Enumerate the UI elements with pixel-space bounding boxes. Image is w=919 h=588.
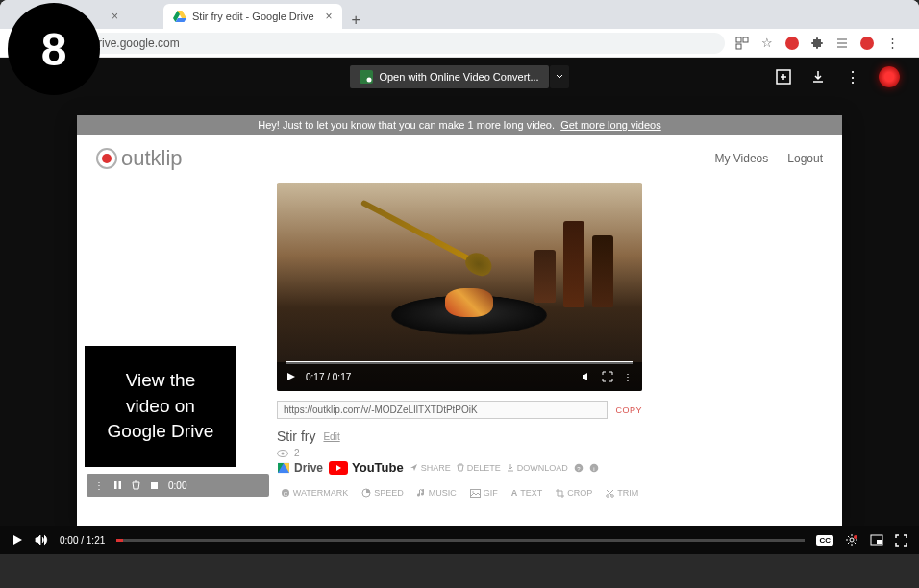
fullscreen-icon[interactable] (602, 371, 613, 382)
browser-tab-1[interactable]: × (96, 4, 163, 29)
play-icon[interactable] (286, 372, 296, 381)
info-icon[interactable]: i (589, 463, 599, 473)
tab-title: Stir fry edit - Google Drive (192, 11, 314, 22)
fullscreen-icon[interactable] (895, 534, 907, 547)
address-bar: rive.google.com ☆ ⋮ (0, 29, 919, 58)
new-tab-button[interactable]: + (342, 12, 370, 29)
crop-button[interactable]: CROP (556, 488, 592, 498)
volume-icon[interactable] (35, 534, 48, 546)
record-icon[interactable] (879, 66, 900, 87)
title-row: Stir fry Edit (277, 429, 642, 444)
close-icon[interactable]: × (326, 10, 333, 23)
step-number-badge: 8 (8, 3, 100, 95)
svg-point-28 (854, 535, 857, 539)
svg-text:i: i (593, 465, 594, 471)
share-targets-row: Drive YouTube SHARE DELETE DOWNLOAD ? i (277, 460, 642, 475)
miniplayer-icon[interactable] (870, 534, 883, 546)
promo-banner: Hey! Just to let you know that you can m… (77, 115, 842, 135)
qr-icon[interactable] (734, 36, 750, 51)
menu-lines-icon[interactable] (834, 36, 850, 51)
edit-tools-row: CWATERMARK SPEED MUSIC GIF ATEXT CROP TR… (277, 488, 642, 498)
outklip-header: outklip My Videos Logout (77, 135, 842, 183)
video-player[interactable]: 0:17 / 0:17 ⋮ (277, 183, 642, 391)
drive-icon (278, 462, 289, 472)
copy-button[interactable]: COPY (615, 405, 642, 415)
open-with-button[interactable]: Open with Online Video Convert... (350, 65, 548, 88)
edit-title-link[interactable]: Edit (323, 431, 339, 442)
outklip-nav: My Videos Logout (714, 152, 823, 165)
drive-favicon (173, 10, 186, 23)
youtube-button[interactable]: YouTube (329, 460, 404, 475)
svg-rect-5 (736, 44, 741, 49)
url-field[interactable]: rive.google.com (87, 33, 725, 54)
text-button[interactable]: ATEXT (511, 488, 543, 498)
trim-button[interactable]: TRIM (606, 488, 638, 498)
youtube-icon (329, 461, 348, 475)
pause-icon[interactable] (113, 480, 122, 490)
add-to-drive-icon[interactable] (775, 68, 792, 86)
eye-icon (277, 450, 288, 457)
drive-top-actions: ⋮ (775, 66, 900, 87)
video-title: Stir fry (277, 429, 315, 444)
cc-button[interactable]: CC (816, 535, 833, 546)
download-icon[interactable] (809, 68, 827, 86)
svg-marker-26 (13, 535, 22, 545)
instruction-caption: View the video on Google Drive (85, 346, 236, 467)
nav-my-videos[interactable]: My Videos (714, 152, 768, 165)
kebab-icon[interactable]: ⋮ (884, 36, 900, 51)
browser-chrome: × Stir fry edit - Google Drive × + rive.… (0, 0, 919, 58)
video-thumbnail (277, 183, 642, 391)
speed-button[interactable]: SPEED (361, 488, 404, 498)
view-count: 2 (294, 448, 300, 458)
music-button[interactable]: MUSIC (417, 488, 457, 498)
browser-tab-2[interactable]: Stir fry edit - Google Drive × (163, 4, 342, 29)
help-icon[interactable]: ? (574, 463, 584, 473)
kebab-icon[interactable]: ⋮ (844, 68, 861, 86)
svg-rect-30 (877, 540, 882, 544)
close-icon[interactable]: × (112, 10, 118, 23)
svg-text:C: C (284, 491, 288, 497)
outklip-logo[interactable]: outklip (96, 146, 183, 171)
delete-button[interactable]: DELETE (457, 463, 501, 473)
drive-top-bar: Open with Online Video Convert... ⋮ (0, 58, 919, 96)
drive-button[interactable]: Drive (277, 461, 323, 475)
logo-icon (96, 148, 117, 169)
views-row: 2 (277, 448, 642, 458)
app-icon (360, 70, 373, 84)
share-url-field[interactable]: https://outklip.com/v/-MODZeLIlTXTDtPtPO… (277, 401, 608, 419)
svg-rect-4 (743, 37, 748, 42)
star-icon[interactable]: ☆ (759, 36, 775, 51)
trash-icon[interactable] (132, 480, 140, 490)
banner-link[interactable]: Get more long videos (560, 119, 661, 131)
drive-progress-bar[interactable] (116, 539, 805, 542)
kebab-icon[interactable]: ⋮ (623, 372, 633, 382)
download-button[interactable]: DOWNLOAD (507, 463, 568, 473)
chevron-down-icon (556, 73, 563, 81)
svg-rect-24 (119, 481, 122, 489)
svg-point-7 (367, 78, 372, 83)
kebab-icon[interactable]: ⋮ (94, 480, 104, 491)
nav-logout[interactable]: Logout (787, 152, 823, 165)
stop-icon[interactable] (150, 481, 159, 490)
svg-rect-23 (114, 481, 117, 489)
svg-point-22 (611, 494, 614, 497)
puzzle-icon[interactable] (809, 36, 825, 51)
video-controls: 0:17 / 0:17 ⋮ (277, 362, 642, 391)
play-icon[interactable] (12, 534, 23, 546)
svg-point-21 (607, 494, 609, 497)
tab-bar: × Stir fry edit - Google Drive × + (0, 0, 919, 29)
extension-icon-1[interactable] (784, 36, 800, 51)
open-with-dropdown[interactable] (550, 65, 569, 88)
mini-time: 0:00 (168, 480, 186, 491)
mini-control-bar: ⋮ 0:00 (87, 474, 269, 497)
svg-rect-25 (151, 482, 158, 489)
extension-icon-2[interactable] (859, 36, 875, 51)
svg-rect-3 (736, 37, 741, 42)
volume-icon[interactable] (581, 371, 592, 382)
settings-icon[interactable] (845, 533, 858, 547)
share-url-row: https://outklip.com/v/-MODZeLIlTXTDtPtPO… (277, 401, 642, 419)
share-button[interactable]: SHARE (410, 463, 451, 473)
watermark-button[interactable]: CWATERMARK (281, 488, 349, 498)
gif-button[interactable]: GIF (470, 488, 498, 498)
svg-point-27 (850, 538, 854, 542)
